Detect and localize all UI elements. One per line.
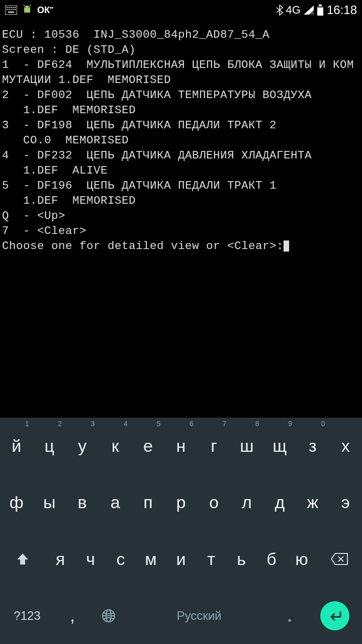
key-ю[interactable]: ю xyxy=(287,531,317,588)
svg-rect-2 xyxy=(9,7,10,8)
svg-rect-16 xyxy=(319,5,322,6)
term-line: 3 - DF198 ЦЕПЬ ДАТЧИКА ПЕДАЛИ ТРАКТ 2 xyxy=(2,119,277,132)
soft-keyboard: й1ц2у3к4е5н6г7ш8щ9з0х фывапролджэ ячсмит… xyxy=(0,418,362,644)
keyboard-row-3: ячсмитьбю xyxy=(0,531,362,588)
term-line: 4 - DF232 ЦЕПЬ ДАТЧИКА ДАВЛЕНИЯ ХЛАДАГЕН… xyxy=(2,149,312,162)
term-line: Choose one for detailed view or <Clear>: xyxy=(2,239,284,253)
svg-rect-8 xyxy=(11,9,12,10)
spacebar-key[interactable]: Русский xyxy=(127,588,272,645)
key-ж[interactable]: ж xyxy=(296,474,329,531)
symbols-key[interactable]: ?123 xyxy=(0,588,54,645)
terminal-cursor xyxy=(284,240,289,252)
svg-point-13 xyxy=(28,7,29,8)
key-о[interactable]: о xyxy=(198,474,230,531)
svg-rect-5 xyxy=(15,7,16,8)
term-line: 7 - <Clear> xyxy=(2,224,86,237)
key-х[interactable]: х xyxy=(329,418,362,474)
key-л[interactable]: л xyxy=(230,474,263,531)
key-п[interactable]: п xyxy=(132,474,164,531)
svg-rect-11 xyxy=(8,12,14,13)
key-т[interactable]: т xyxy=(196,531,226,588)
svg-line-14 xyxy=(24,5,25,6)
svg-rect-10 xyxy=(15,9,16,10)
language-key[interactable] xyxy=(90,588,127,645)
key-ш[interactable]: ш8 xyxy=(230,418,263,474)
status-right: 4G 16:18 xyxy=(276,3,357,17)
term-line: 1 - DF624 МУЛЬТИПЛЕКСНАЯ ЦЕПЬ БЛОКА ЗАЩИ… xyxy=(2,58,354,87)
key-и[interactable]: и xyxy=(166,531,196,588)
term-line: Screen : DE (STD_A) xyxy=(2,43,136,56)
backspace-key[interactable] xyxy=(317,531,362,588)
status-left: ОК•• xyxy=(5,5,53,16)
key-й[interactable]: й1 xyxy=(0,418,33,474)
key-ь[interactable]: ь xyxy=(226,531,256,588)
key-щ[interactable]: щ9 xyxy=(263,418,296,474)
term-line: 1.DEF MEMORISED xyxy=(2,194,136,207)
android-notif-icon xyxy=(21,5,33,16)
svg-rect-9 xyxy=(13,9,14,10)
key-г[interactable]: г7 xyxy=(198,418,230,474)
network-label: 4G xyxy=(286,4,301,17)
key-д[interactable]: д xyxy=(263,474,296,531)
period-key[interactable]: . xyxy=(272,588,308,645)
svg-rect-7 xyxy=(9,9,10,10)
svg-point-12 xyxy=(25,7,26,8)
keyboard-row-4: ?123 , Русский . xyxy=(0,588,362,645)
battery-icon xyxy=(317,5,324,16)
signal-icon xyxy=(304,6,314,15)
key-а[interactable]: а xyxy=(99,474,131,531)
enter-key[interactable] xyxy=(308,588,362,645)
svg-rect-18 xyxy=(317,6,323,8)
key-е[interactable]: е5 xyxy=(132,418,164,474)
key-з[interactable]: з0 xyxy=(296,418,329,474)
key-с[interactable]: с xyxy=(106,531,136,588)
term-line: 2 - DF002 ЦЕПЬ ДАТЧИКА ТЕМПЕРАТУРЫ ВОЗДУ… xyxy=(2,89,312,102)
keyboard-row-1: й1ц2у3к4е5н6г7ш8щ9з0х xyxy=(0,418,362,474)
key-б[interactable]: б xyxy=(256,531,287,588)
key-э[interactable]: э xyxy=(329,474,362,531)
clock: 16:18 xyxy=(327,3,357,17)
svg-rect-1 xyxy=(7,7,8,8)
key-ы[interactable]: ы xyxy=(33,474,65,531)
status-bar: ОК•• 4G 16:18 xyxy=(0,0,362,20)
ok-notif-icon: ОК•• xyxy=(37,5,53,16)
key-к[interactable]: к4 xyxy=(99,418,131,474)
terminal-output[interactable]: ECU : 10536 INJ_S3000_84ph2_AD87_54_A Sc… xyxy=(0,20,362,418)
term-line: Q - <Up> xyxy=(2,209,65,222)
svg-rect-4 xyxy=(13,7,14,8)
key-м[interactable]: м xyxy=(136,531,166,588)
key-ч[interactable]: ч xyxy=(75,531,106,588)
term-line: ECU : 10536 INJ_S3000_84ph2_AD87_54_A xyxy=(2,28,269,41)
bluetooth-icon xyxy=(276,5,283,16)
key-в[interactable]: в xyxy=(66,474,99,531)
keyboard-notif-icon xyxy=(5,6,17,15)
comma-key[interactable]: , xyxy=(54,588,90,645)
key-я[interactable]: я xyxy=(45,531,75,588)
term-line: CO.0 MEMORISED xyxy=(2,134,129,147)
term-line: 5 - DF196 ЦЕПЬ ДАТЧИКА ПЕДАЛИ ТРАКТ 1 xyxy=(2,179,277,192)
key-н[interactable]: н6 xyxy=(164,418,197,474)
keyboard-row-2: фывапролджэ xyxy=(0,474,362,531)
shift-key[interactable] xyxy=(0,531,45,588)
svg-rect-3 xyxy=(11,7,12,8)
key-ф[interactable]: ф xyxy=(0,474,33,531)
svg-rect-6 xyxy=(7,9,8,10)
key-ц[interactable]: ц2 xyxy=(33,418,65,474)
term-line: 1.DEF MEMORISED xyxy=(2,104,136,117)
term-line: 1.DEF ALIVE xyxy=(2,164,108,177)
key-у[interactable]: у3 xyxy=(66,418,99,474)
key-р[interactable]: р xyxy=(164,474,197,531)
svg-line-15 xyxy=(30,5,31,6)
